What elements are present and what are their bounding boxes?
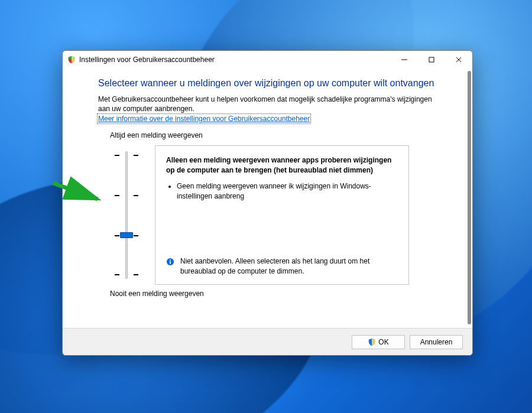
- close-button[interactable]: [445, 51, 472, 69]
- slider-tick: [115, 235, 119, 236]
- slider-tick: [134, 195, 138, 196]
- shield-icon: [368, 338, 376, 346]
- window-title: Instellingen voor Gebruikersaccountbehee…: [79, 56, 215, 64]
- maximize-button[interactable]: [418, 51, 445, 69]
- uac-slider[interactable]: [98, 145, 155, 285]
- slider-track: [125, 151, 128, 279]
- titlebar[interactable]: Instellingen voor Gebruikersaccountbehee…: [63, 51, 472, 69]
- slider-thumb[interactable]: [120, 232, 133, 238]
- slider-tick: [134, 155, 138, 156]
- minimize-button[interactable]: [391, 51, 418, 69]
- ok-button-label: OK: [378, 338, 388, 346]
- slider-tick: [134, 274, 138, 275]
- ok-button[interactable]: OK: [352, 335, 405, 349]
- cancel-button[interactable]: Annuleren: [410, 335, 463, 349]
- description-title: Alleen een melding weergeven wanneer app…: [166, 155, 398, 175]
- slider-tick: [115, 274, 119, 275]
- description-bullet: Geen melding weergeven wanneer ik wijzig…: [177, 181, 398, 201]
- info-icon: [166, 258, 174, 266]
- client-area: Selecteer wanneer u meldingen over wijzi…: [63, 69, 472, 355]
- slider-tick: [115, 195, 119, 196]
- more-info-link[interactable]: Meer informatie over de instellingen voo…: [98, 115, 310, 123]
- slider-tick: [115, 155, 119, 156]
- slider-zone: Altijd een melding weergeven: [98, 131, 455, 298]
- slider-tick: [134, 235, 138, 236]
- description-list: Geen melding weergeven wanneer ik wijzig…: [166, 181, 398, 205]
- recommendation-text: Niet aanbevolen. Alleen selecteren als h…: [180, 256, 398, 277]
- vertical-scrollbar[interactable]: [468, 71, 471, 324]
- slider-top-label: Altijd een melding weergeven: [110, 131, 455, 139]
- svg-point-5: [170, 259, 171, 261]
- description-box: Alleen een melding weergeven wanneer app…: [155, 145, 409, 285]
- shield-icon: [67, 56, 76, 64]
- intro-text: Met Gebruikersaccountbeheer kunt u helpe…: [98, 95, 435, 113]
- cancel-button-label: Annuleren: [420, 338, 453, 346]
- slider-bottom-label: Nooit een melding weergeven: [110, 290, 455, 298]
- svg-rect-6: [170, 261, 171, 264]
- svg-rect-1: [429, 57, 434, 62]
- recommendation-note: Niet aanbevolen. Alleen selecteren als h…: [166, 256, 398, 277]
- button-bar: OK Annuleren: [63, 328, 472, 355]
- uac-settings-window: Instellingen voor Gebruikersaccountbehee…: [62, 50, 473, 356]
- page-title: Selecteer wanneer u meldingen over wijzi…: [98, 78, 455, 89]
